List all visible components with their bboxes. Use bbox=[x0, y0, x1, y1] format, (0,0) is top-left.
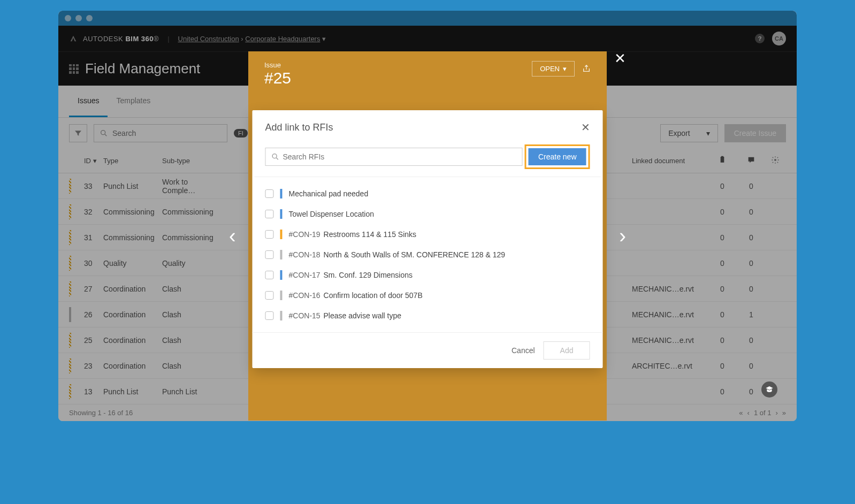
create-new-rfi-button[interactable]: Create new bbox=[529, 148, 586, 165]
rfi-checkbox[interactable] bbox=[265, 271, 274, 279]
rfi-checkbox[interactable] bbox=[265, 210, 274, 218]
chevron-down-icon: ▾ bbox=[706, 129, 710, 138]
cell-comments: 0 bbox=[738, 387, 765, 396]
page-next[interactable]: › bbox=[775, 409, 777, 417]
modal-header: Add link to RFIs ✕ bbox=[253, 110, 603, 144]
rfi-checkbox[interactable] bbox=[265, 291, 274, 300]
gear-icon bbox=[771, 156, 780, 164]
cell-comments: 0 bbox=[738, 285, 765, 293]
brand-text: AUTODESK BIM 360® bbox=[83, 35, 159, 43]
cell-type: Commissioning bbox=[103, 233, 162, 242]
add-button[interactable]: Add bbox=[544, 341, 590, 360]
status-mark bbox=[280, 270, 283, 280]
rfi-checkbox[interactable] bbox=[265, 189, 274, 198]
window-dot[interactable] bbox=[86, 15, 93, 21]
issue-label: Issue bbox=[264, 61, 291, 69]
cell-linked: MECHANIC…e.rvt bbox=[632, 336, 707, 345]
cell-subtype: Commissioning bbox=[162, 233, 221, 242]
cell-comments: 0 bbox=[738, 208, 765, 216]
cell-subtype: Clash bbox=[162, 336, 221, 345]
close-panel-button[interactable]: ✕ bbox=[614, 50, 626, 67]
breadcrumb[interactable]: United Construction › Corporate Headquar… bbox=[178, 35, 326, 43]
cell-id: 26 bbox=[71, 310, 103, 319]
comment-icon bbox=[747, 156, 755, 164]
rfi-text: Mechanical pad needed bbox=[289, 189, 369, 198]
cell-attachments: 0 bbox=[707, 285, 738, 293]
modal-close-button[interactable]: ✕ bbox=[581, 121, 590, 134]
rfi-checkbox[interactable] bbox=[265, 230, 274, 239]
search-icon bbox=[100, 129, 108, 138]
col-type[interactable]: Type bbox=[103, 157, 162, 165]
rfi-list-item[interactable]: #CON-15 Please advise wall type bbox=[265, 306, 590, 326]
status-mark bbox=[280, 230, 283, 239]
cell-subtype: Punch List bbox=[162, 387, 221, 396]
page-prev[interactable]: ‹ bbox=[747, 409, 750, 417]
modal-title: Add link to RFIs bbox=[265, 122, 333, 133]
help-float-badge[interactable] bbox=[761, 381, 777, 398]
rfi-list-item[interactable]: #CON-17 Sm. Conf. 129 Dimensions bbox=[265, 265, 590, 285]
cell-subtype: Quality bbox=[162, 259, 221, 268]
status-dropdown[interactable]: OPEN▾ bbox=[532, 61, 575, 77]
cell-id: 27 bbox=[71, 285, 103, 293]
rfi-text: Towel Dispenser Location bbox=[289, 210, 375, 218]
col-settings[interactable] bbox=[765, 156, 786, 166]
rfi-list-item[interactable]: #CON-19 Restrooms 114 & 115 Sinks bbox=[265, 224, 590, 245]
rfi-list-item[interactable]: #CON-18 North & South Walls of SM. CONFE… bbox=[265, 245, 590, 265]
cell-comments: 0 bbox=[738, 233, 765, 242]
col-comments bbox=[738, 156, 765, 166]
page-text: 1 of 1 bbox=[754, 409, 772, 417]
cell-subtype: Clash bbox=[162, 362, 221, 370]
cell-id: 25 bbox=[71, 336, 103, 345]
filter-icon bbox=[74, 129, 82, 138]
cell-id: 13 bbox=[71, 387, 103, 396]
cell-attachments: 0 bbox=[707, 387, 738, 396]
cell-attachments: 0 bbox=[707, 208, 738, 216]
page-first[interactable]: « bbox=[739, 409, 743, 417]
issue-number: #25 bbox=[264, 69, 291, 87]
rfi-checkbox[interactable] bbox=[265, 250, 274, 259]
rfi-list-item[interactable]: #CON-16 Confirm location of door 507B bbox=[265, 285, 590, 306]
tab-templates[interactable]: Templates bbox=[108, 86, 159, 117]
cell-linked: MECHANIC…e.rvt bbox=[632, 310, 707, 319]
status-mark bbox=[280, 311, 283, 320]
col-linked[interactable]: Linked document bbox=[632, 157, 707, 165]
rfi-checkbox[interactable] bbox=[265, 311, 274, 320]
cell-comments: 1 bbox=[738, 310, 765, 319]
avatar[interactable]: CA bbox=[772, 32, 786, 45]
rfi-list-item[interactable]: Towel Dispenser Location bbox=[265, 204, 590, 224]
tab-issues[interactable]: Issues bbox=[69, 86, 108, 117]
rfi-text: #CON-19 Restrooms 114 & 115 Sinks bbox=[289, 230, 417, 239]
help-icon[interactable]: ? bbox=[755, 34, 765, 43]
status-mark bbox=[280, 250, 283, 259]
cell-id: 31 bbox=[71, 233, 103, 242]
cell-id: 23 bbox=[71, 362, 103, 370]
cell-attachments: 0 bbox=[707, 362, 738, 370]
cell-attachments: 0 bbox=[707, 182, 738, 190]
cell-type: Punch List bbox=[103, 182, 162, 190]
search-box[interactable] bbox=[94, 124, 227, 142]
cancel-button[interactable]: Cancel bbox=[512, 346, 535, 355]
search-input[interactable] bbox=[112, 129, 222, 138]
rfi-search-box[interactable] bbox=[265, 148, 523, 166]
col-subtype[interactable]: Sub-type bbox=[162, 157, 221, 165]
col-id[interactable]: ID ▾ bbox=[71, 157, 103, 165]
export-button[interactable]: Export▾ bbox=[660, 124, 717, 142]
cell-comments: 0 bbox=[738, 362, 765, 370]
create-issue-button[interactable]: Create Issue bbox=[724, 124, 786, 142]
rfi-list-item[interactable]: Mechanical pad needed bbox=[265, 184, 590, 204]
filter-button[interactable] bbox=[69, 124, 87, 142]
share-icon[interactable] bbox=[582, 61, 591, 75]
next-issue-arrow[interactable]: › bbox=[619, 225, 626, 248]
window-dot[interactable] bbox=[75, 15, 82, 21]
page-last[interactable]: » bbox=[782, 409, 786, 417]
window-dot[interactable] bbox=[65, 15, 71, 21]
cell-subtype: Commissioning bbox=[162, 208, 221, 216]
rfi-text: #CON-18 North & South Walls of SM. CONFE… bbox=[289, 250, 506, 259]
cell-id: 32 bbox=[71, 208, 103, 216]
cell-subtype: Clash bbox=[162, 310, 221, 319]
app-grid-icon[interactable] bbox=[69, 64, 79, 74]
cell-attachments: 0 bbox=[707, 336, 738, 345]
prev-issue-arrow[interactable]: ‹ bbox=[229, 225, 236, 248]
filter-badge[interactable]: FI bbox=[234, 129, 248, 138]
rfi-search-input[interactable] bbox=[283, 152, 517, 161]
